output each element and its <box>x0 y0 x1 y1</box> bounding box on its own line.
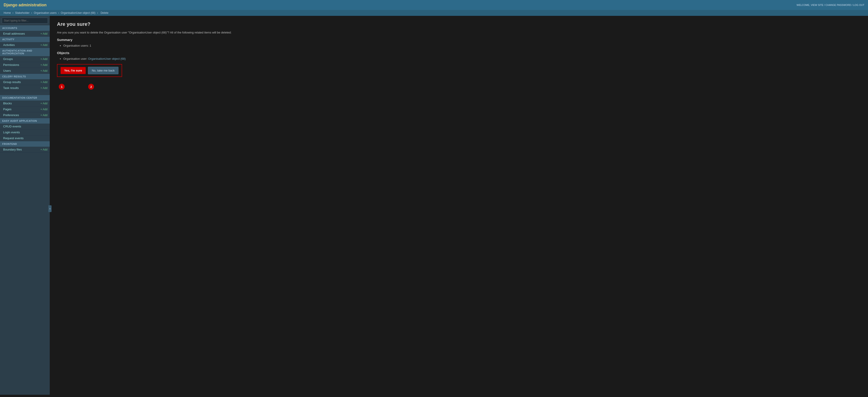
log-out-link[interactable]: LOG OUT <box>853 4 864 6</box>
section-frontend: FRONTEND <box>0 141 50 147</box>
groups-link[interactable]: Groups <box>3 57 13 61</box>
summary-heading: Summary <box>57 38 861 41</box>
badge-2: 2 <box>88 84 94 90</box>
sidebar-item-preferences[interactable]: Preferences + Add <box>0 112 50 118</box>
sidebar-item-boundary-files[interactable]: Boundary files + Add <box>0 147 50 152</box>
task-results-add[interactable]: + Add <box>40 86 48 90</box>
change-password-link[interactable]: CHANGE PASSWORD <box>826 4 851 6</box>
spacer <box>0 91 50 95</box>
sidebar-item-activities[interactable]: Activities + Add <box>0 42 50 48</box>
object-item: Organisation user: OrganisationUser obje… <box>63 57 861 60</box>
badge-1: 1 <box>59 84 65 90</box>
breadcrumb-home[interactable]: Home <box>4 11 11 15</box>
sidebar-item-blocks[interactable]: Blocks + Add <box>0 101 50 106</box>
group-results-add[interactable]: + Add <box>40 81 48 84</box>
site-title: Django administration <box>4 3 46 7</box>
users-add[interactable]: + Add <box>40 69 48 73</box>
main-wrapper: ACCOUNTS Email addresses + Add ACTIVITY … <box>0 16 868 395</box>
boundary-files-link[interactable]: Boundary files <box>3 148 22 151</box>
sidebar-item-permissions[interactable]: Permissions + Add <box>0 62 50 68</box>
task-results-link[interactable]: Task results <box>3 86 19 90</box>
section-activity: ACTIVITY <box>0 37 50 42</box>
permissions-link[interactable]: Permissions <box>3 63 19 66</box>
object-link[interactable]: OrganisationUser object (68) <box>88 57 126 60</box>
sidebar-item-users[interactable]: Users + Add <box>0 68 50 74</box>
activities-add[interactable]: + Add <box>40 44 48 47</box>
sidebar-item-request-events[interactable]: Request events <box>0 135 50 141</box>
confirmation-text: Are you sure you want to delete the Orga… <box>57 31 861 34</box>
users-link[interactable]: Users <box>3 69 11 73</box>
sidebar-item-login-events[interactable]: Login events <box>0 130 50 135</box>
objects-list: Organisation user: OrganisationUser obje… <box>63 57 861 60</box>
email-addresses-add[interactable]: + Add <box>40 32 48 35</box>
activities-link[interactable]: Activities <box>3 43 15 47</box>
preferences-link[interactable]: Preferences <box>3 113 19 117</box>
breadcrumb-delete: Delete <box>101 11 108 15</box>
section-easy-audit: EASY AUDIT APPLICATION <box>0 118 50 123</box>
breadcrumb: Home › Stakeholder › Organisation users … <box>0 10 868 16</box>
main-content: Are you sure? Are you sure you want to d… <box>50 16 868 395</box>
objects-heading: Objects <box>57 51 861 55</box>
email-addresses-link[interactable]: Email addresses <box>3 32 25 35</box>
confirm-box: Yes, I'm sure No, take me back <box>57 64 122 77</box>
breadcrumb-organisation-users[interactable]: Organisation users <box>34 11 57 15</box>
breadcrumb-org-user-object[interactable]: OrganisationUser object (68) <box>61 11 95 15</box>
section-auth: AUTHENTICATION AND AUTHORIZATION <box>0 48 50 56</box>
header-user-info: WELCOME, VIEW SITE / CHANGE PASSWORD / L… <box>797 4 864 6</box>
sidebar-item-email-addresses[interactable]: Email addresses + Add <box>0 31 50 37</box>
permissions-add[interactable]: + Add <box>40 63 48 66</box>
yes-im-sure-button[interactable]: Yes, I'm sure <box>61 67 86 74</box>
sidebar-item-group-results[interactable]: Group results + Add <box>0 79 50 85</box>
request-events-link[interactable]: Request events <box>3 137 24 140</box>
section-celery: CELERY RESULTS <box>0 74 50 79</box>
section-accounts: ACCOUNTS <box>0 25 50 31</box>
pages-link[interactable]: Pages <box>3 108 11 111</box>
object-prefix: Organisation user: <box>63 57 88 60</box>
sidebar-item-task-results[interactable]: Task results + Add <box>0 85 50 91</box>
sidebar-item-crud-events[interactable]: CRUD events <box>0 123 50 130</box>
sidebar-item-pages[interactable]: Pages + Add <box>0 106 50 112</box>
preferences-add[interactable]: + Add <box>40 114 48 117</box>
crud-events-link[interactable]: CRUD events <box>3 125 21 128</box>
summary-item: Organisation users: 1 <box>63 44 861 47</box>
no-take-me-back-button[interactable]: No, take me back <box>88 67 119 74</box>
blocks-add[interactable]: + Add <box>40 102 48 105</box>
badges-row: 1 2 <box>59 84 861 90</box>
blocks-link[interactable]: Blocks <box>3 102 12 105</box>
summary-list: Organisation users: 1 <box>63 44 861 47</box>
breadcrumb-stakeholder[interactable]: Stakeholder <box>15 11 30 15</box>
pages-add[interactable]: + Add <box>40 108 48 111</box>
admin-header: Django administration WELCOME, VIEW SITE… <box>0 0 868 10</box>
boundary-files-add[interactable]: + Add <box>40 148 48 151</box>
confirm-area: Yes, I'm sure No, take me back <box>57 64 861 82</box>
sidebar-filter-input[interactable] <box>2 18 48 24</box>
sidebar-filter-area <box>0 16 50 25</box>
welcome-text: WELCOME, <box>797 4 810 6</box>
sidebar-collapse-button[interactable]: « <box>49 205 52 212</box>
sidebar: ACCOUNTS Email addresses + Add ACTIVITY … <box>0 16 50 395</box>
sidebar-item-groups[interactable]: Groups + Add <box>0 56 50 62</box>
section-documentation: DOCUMENTATION CENTER <box>0 95 50 101</box>
page-title: Are you sure? <box>57 21 861 27</box>
group-results-link[interactable]: Group results <box>3 80 21 84</box>
groups-add[interactable]: + Add <box>40 57 48 61</box>
login-events-link[interactable]: Login events <box>3 131 20 134</box>
view-site-link[interactable]: VIEW SITE <box>811 4 824 6</box>
